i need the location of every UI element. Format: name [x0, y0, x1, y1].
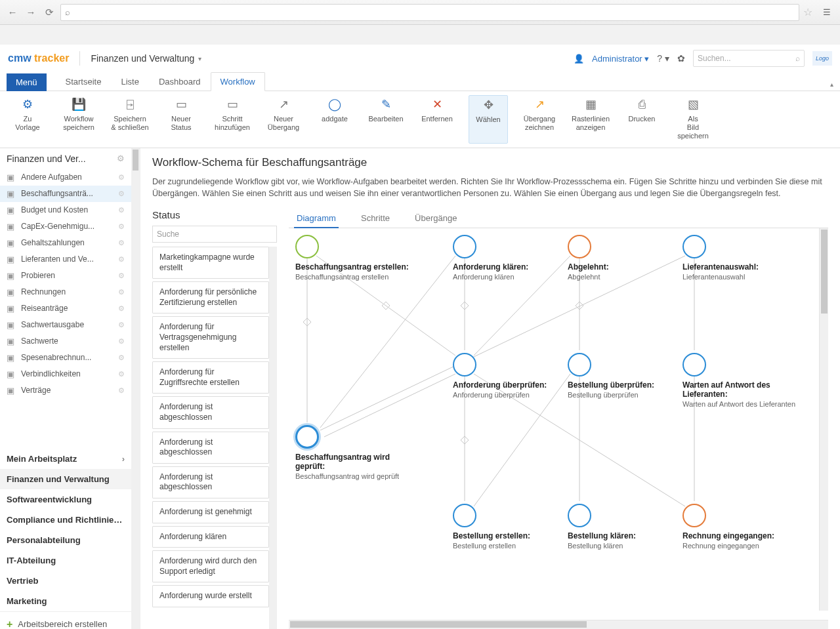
sidebar-item[interactable]: ▣Budget und Kosten⚙	[0, 202, 131, 218]
canvas-hscroll[interactable]	[289, 620, 828, 629]
tool--bergang-zeichnen[interactable]: ↗Übergangzeichnen	[520, 95, 559, 144]
workflow-node[interactable]: Lieferantenauswahl:Lieferantenauswahl	[682, 235, 801, 281]
status-item[interactable]: Anforderung für persönliche Zertifizieru…	[152, 281, 269, 314]
sidebar-item[interactable]: ▣Sachwertausgabe⚙	[0, 317, 131, 333]
sidebar-item[interactable]: ▣Sachwerte⚙	[0, 333, 131, 350]
sidebar-item[interactable]: ▣Gehaltszahlungen⚙	[0, 235, 131, 251]
sidebar-item[interactable]: ▣Reiseanträge⚙	[0, 300, 131, 317]
create-workspace[interactable]: + Arbeitsbereich erstellen	[0, 611, 131, 629]
node-circle[interactable]	[568, 504, 591, 527]
tool-rasterlinien-anzeigen[interactable]: ▦Rasterlinienanzeigen	[571, 95, 610, 144]
url-bar[interactable]: ⌕	[60, 4, 799, 21]
global-search[interactable]: Suchen...⌕	[693, 50, 805, 67]
node-circle[interactable]	[453, 353, 476, 376]
back-button[interactable]: ←	[5, 5, 20, 20]
gear-icon[interactable]: ⚙	[118, 386, 125, 395]
status-item[interactable]: Anforderung ist abgeschlossen	[152, 466, 269, 498]
gear-icon[interactable]: ⚙	[118, 354, 125, 362]
dtab-übergänge[interactable]: Übergänge	[412, 209, 459, 228]
tool-speichern-schlie-en[interactable]: ⍈Speichern& schließen	[110, 95, 150, 144]
node-circle[interactable]	[682, 353, 706, 376]
reload-button[interactable]: ⟳	[42, 5, 56, 20]
tool-als-bild-speichern[interactable]: ▧AlsBild speichern	[673, 95, 713, 144]
workspace-group[interactable]: IT-Abteilung	[0, 550, 131, 571]
node-circle[interactable]	[682, 504, 706, 527]
sidebar-item[interactable]: ▣Lieferanten und Ve...⚙	[0, 251, 131, 268]
gear-icon[interactable]: ⚙	[118, 370, 125, 378]
tool-neuer-bergang[interactable]: ↗NeuerÜbergang	[264, 95, 303, 144]
tool-workflow-speichern[interactable]: 💾Workflowspeichern	[59, 95, 98, 144]
gear-icon[interactable]: ⚙	[117, 153, 125, 163]
status-item[interactable]: Anforderung für Zugriffsrechte erstellen	[152, 361, 269, 394]
tool-bearbeiten[interactable]: ✎Bearbeiten	[366, 95, 406, 144]
tool-drucken[interactable]: ⎙Drucken	[622, 95, 662, 144]
status-search[interactable]: Suche	[152, 226, 277, 243]
workspace-group[interactable]: Marketing	[0, 591, 131, 611]
dtab-diagramm[interactable]: Diagramm	[294, 209, 339, 228]
sidebar-item[interactable]: ▣Rechnungen⚙	[0, 284, 131, 300]
status-item[interactable]: Marketingkampagne wurde erstellt	[152, 247, 269, 279]
workflow-node[interactable]: Bestellung erstellen:Bestellung erstelle…	[453, 504, 571, 550]
workflow-node[interactable]: Bestellung überprüfen:Bestellung überprü…	[568, 353, 686, 399]
sidebar-item[interactable]: ▣Spesenabrechnun...⚙	[0, 350, 131, 366]
node-circle[interactable]	[453, 504, 476, 527]
gear-icon[interactable]: ⚙	[118, 173, 125, 182]
user-menu[interactable]: Administrator ▾	[592, 54, 649, 64]
workspace-group[interactable]: Finanzen und Verwaltung	[0, 469, 131, 489]
browser-menu-icon[interactable]: ☰	[819, 5, 835, 20]
node-circle[interactable]	[295, 235, 319, 258]
sidebar-item[interactable]: ▣Verträge⚙	[0, 382, 131, 399]
collapse-icon[interactable]: ▴	[824, 78, 840, 91]
tab-workflow[interactable]: Workflow	[211, 72, 265, 91]
node-circle[interactable]	[295, 425, 319, 449]
workspace-group[interactable]: Vertrieb	[0, 571, 131, 591]
node-circle[interactable]	[453, 235, 476, 258]
workflow-node[interactable]: Warten auf Antwort des Lieferanten:Warte…	[682, 353, 801, 409]
gear-icon[interactable]: ⚙	[118, 206, 125, 214]
gear-icon[interactable]: ⚙	[118, 190, 125, 198]
workflow-node[interactable]: Anforderung klären:Anforderung klären	[453, 235, 571, 281]
sidebar-item[interactable]: ▣CapEx-Genehmigu...⚙	[0, 218, 131, 235]
tab-liste[interactable]: Liste	[111, 72, 148, 91]
status-item[interactable]: Anforderung klären	[152, 526, 269, 548]
tool-schritt-hinzuf-gen[interactable]: ▭Schritthinzufügen	[213, 95, 252, 144]
status-item[interactable]: Anforderung wurde erstellt	[152, 585, 269, 607]
sidebar-item[interactable]: ▣Andere Aufgaben⚙	[0, 169, 131, 186]
status-item[interactable]: Anforderung für Vertragsgenehmigung erst…	[152, 316, 269, 359]
workspace-group[interactable]: Mein Arbeitsplatz	[0, 449, 131, 469]
sidebar-item[interactable]: ▣Verbindlichkeiten⚙	[0, 366, 131, 382]
workflow-node[interactable]: Beschaffungsantrag erstellen:Beschaffung…	[295, 235, 413, 281]
status-item[interactable]: Anforderung ist abgeschlossen	[152, 396, 269, 428]
gear-icon[interactable]: ⚙	[118, 337, 125, 346]
gear-icon[interactable]: ⚙	[118, 255, 125, 264]
workspace-group[interactable]: Personalabteilung	[0, 530, 131, 550]
tool-neuer-status[interactable]: ▭NeuerStatus	[161, 95, 201, 144]
settings-icon[interactable]: ✿	[677, 53, 685, 64]
workflow-node[interactable]: Bestellung klären:Bestellung klären	[568, 504, 686, 550]
sidebar-item[interactable]: ▣Probieren⚙	[0, 268, 131, 284]
gear-icon[interactable]: ⚙	[118, 272, 125, 280]
node-circle[interactable]	[682, 235, 706, 258]
workflow-node[interactable]: Abgelehnt:Abgelehnt	[568, 235, 686, 281]
workspace-group[interactable]: Compliance und Richtlinienin...	[0, 510, 131, 530]
tab-startseite[interactable]: Startseite	[56, 72, 112, 91]
tool-zu-vorlage[interactable]: ⚙ZuVorlage	[8, 95, 47, 144]
sidebar-item[interactable]: ▣Beschaffungsanträ...⚙	[0, 186, 131, 202]
node-circle[interactable]	[568, 235, 591, 258]
forward-button[interactable]: →	[24, 5, 38, 20]
dtab-schritte[interactable]: Schritte	[358, 209, 392, 228]
menu-button[interactable]: Menü	[7, 73, 47, 91]
gear-icon[interactable]: ⚙	[118, 321, 125, 329]
workspace-selector[interactable]: Finanzen und Verwaltung▾	[91, 53, 201, 64]
tool-entfernen[interactable]: ✕Entfernen	[417, 95, 457, 144]
tool-addgate[interactable]: ◯addgate	[315, 95, 354, 144]
help-icon[interactable]: ? ▾	[657, 53, 669, 64]
gear-icon[interactable]: ⚙	[118, 239, 125, 247]
tool-w-hlen[interactable]: ✥Wählen	[469, 95, 508, 144]
node-circle[interactable]	[568, 353, 591, 376]
workspace-group[interactable]: Softwareentwicklung	[0, 489, 131, 510]
status-item[interactable]: Anforderung ist abgeschlossen	[152, 432, 269, 464]
workflow-node[interactable]: Beschaffungsantrag wird geprüft:Beschaff…	[295, 425, 413, 481]
bookmark-icon[interactable]: ☆	[803, 6, 812, 18]
sidebar-scrollbar[interactable]	[131, 148, 140, 629]
